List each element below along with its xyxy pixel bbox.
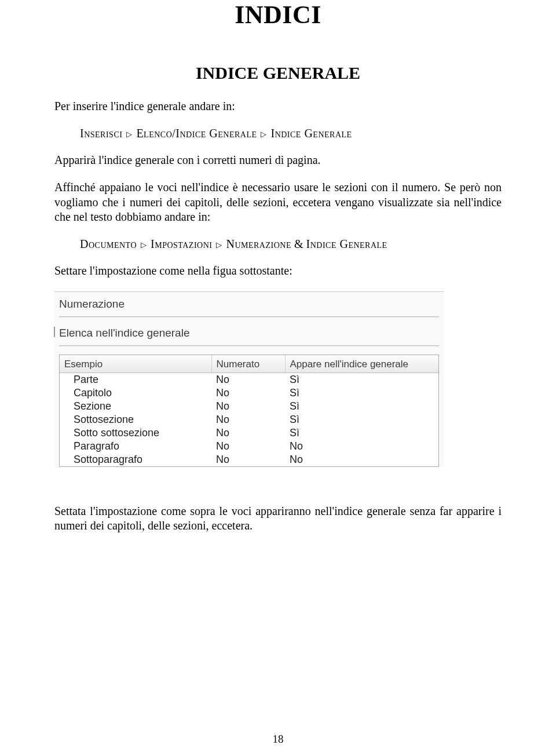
- menu-item: Elenco/Indice Generale: [136, 127, 257, 140]
- menu-item: Indice Generale: [270, 127, 352, 140]
- cell-numbered: No: [211, 440, 285, 453]
- cell-appears: Sì: [285, 386, 438, 400]
- menu-item: Documento: [80, 238, 137, 250]
- body-text: Settata l'impostazione come sopra le voc…: [54, 504, 502, 534]
- page-title: INDICI: [54, 0, 502, 30]
- menu-item: Impostazioni: [151, 238, 212, 250]
- menu-item: Indice Generale: [306, 238, 387, 250]
- cell-example: Sottoparagrafo: [60, 453, 211, 466]
- cell-example: Sotto sottosezione: [60, 426, 211, 440]
- cell-numbered: No: [211, 400, 285, 413]
- divider: [59, 345, 439, 346]
- triangle-icon: ▷: [259, 130, 268, 138]
- table-row[interactable]: Sotto sottosezioneNoSì: [60, 426, 438, 440]
- cell-example: Capitolo: [60, 386, 211, 400]
- cell-appears: Sì: [285, 372, 438, 386]
- table-row[interactable]: SezioneNoSì: [60, 400, 438, 413]
- intro-text: Per inserire l'indice generale andare in…: [54, 99, 502, 114]
- cell-example: Sottosezione: [60, 413, 211, 426]
- cell-appears: No: [285, 440, 438, 453]
- cell-example: Sezione: [60, 400, 211, 413]
- table-row[interactable]: ParteNoSì: [60, 372, 438, 386]
- divider: [59, 316, 439, 317]
- cell-appears: Sì: [285, 413, 438, 426]
- cell-appears: Sì: [285, 400, 438, 413]
- column-header-numbered[interactable]: Numerato: [211, 355, 285, 373]
- cell-example: Parte: [60, 372, 211, 386]
- body-text: Apparirà l'indice generale con i corrett…: [54, 153, 502, 168]
- body-text: Settare l'impostazione come nella figua …: [54, 264, 502, 279]
- cell-numbered: No: [211, 372, 285, 386]
- body-text: Affinché appaiano le voci nell'indice è …: [54, 180, 502, 225]
- menu-item: Numerazione: [226, 238, 291, 250]
- panel-section-label: Numerazione: [59, 298, 439, 311]
- panel-section-label: Elenca nell'indice generale: [59, 327, 439, 339]
- cell-numbered: No: [211, 386, 285, 400]
- column-header-example[interactable]: Esempio: [60, 355, 211, 373]
- table-header-row: Esempio Numerato Appare nell'indice gene…: [60, 355, 438, 373]
- cell-numbered: No: [211, 426, 285, 440]
- triangle-icon: ▷: [215, 240, 223, 249]
- table-row[interactable]: CapitoloNoSì: [60, 386, 438, 400]
- triangle-icon: ▷: [125, 130, 133, 138]
- cell-numbered: No: [211, 453, 285, 466]
- table-row[interactable]: ParagrafoNoNo: [60, 440, 438, 453]
- settings-table: Esempio Numerato Appare nell'indice gene…: [59, 355, 439, 467]
- menu-path-insert: Inserisci ▷ Elenco/Indice Generale ▷ Ind…: [54, 127, 502, 140]
- cell-numbered: No: [211, 413, 285, 426]
- table-row[interactable]: SottosezioneNoSì: [60, 413, 438, 426]
- settings-panel-screenshot: Numerazione Elenca nell'indice generale …: [54, 291, 444, 467]
- page-number: 18: [0, 733, 556, 746]
- menu-path-document: Documento ▷ Impostazioni ▷ Numerazione &…: [54, 238, 502, 251]
- column-header-appears[interactable]: Appare nell'indice generale: [285, 355, 438, 373]
- triangle-icon: ▷: [140, 240, 148, 249]
- section-title: INDICE GENERALE: [54, 63, 502, 83]
- cell-example: Paragrafo: [60, 440, 211, 453]
- table-row[interactable]: SottoparagrafoNoNo: [60, 453, 438, 466]
- cell-appears: Sì: [285, 426, 438, 440]
- ampersand: &: [294, 238, 303, 250]
- cell-appears: No: [285, 453, 438, 466]
- menu-item: Inserisci: [80, 127, 122, 140]
